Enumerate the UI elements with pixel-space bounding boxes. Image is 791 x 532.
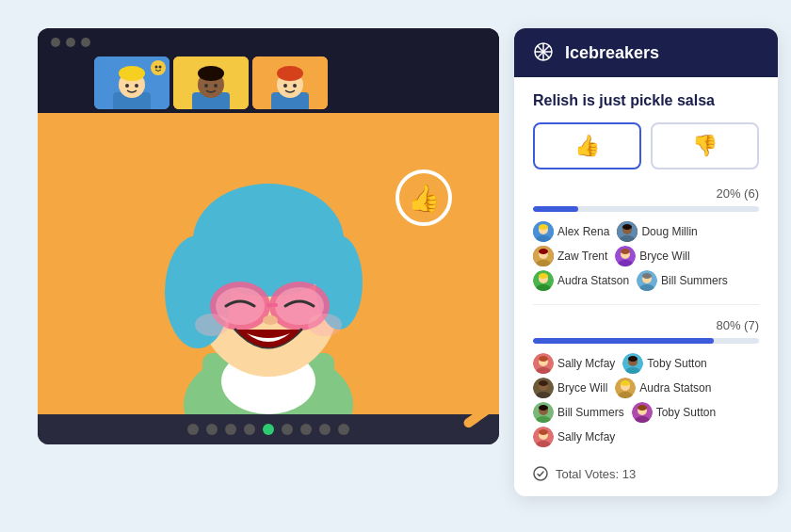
control-4	[244, 424, 255, 435]
total-votes-label: Total Votes: 13	[556, 467, 636, 481]
voter-audra-statson: Audra Statson	[533, 270, 629, 291]
control-8	[319, 424, 331, 435]
voter-name: Bill Summers	[661, 274, 728, 287]
icebreakers-panel: Icebreakers Relish is just pickle salsa …	[514, 28, 778, 496]
svg-point-20	[293, 84, 297, 88]
svg-point-78	[539, 380, 548, 386]
svg-point-18	[277, 66, 303, 81]
svg-point-7	[155, 66, 158, 69]
thumbs-down-button[interactable]: 👎	[651, 122, 759, 169]
svg-point-36	[195, 314, 229, 336]
window-dot-3	[81, 38, 90, 47]
voter-sally-mcfay-2: Sally Mcfay	[533, 427, 615, 447]
avatar-zaw-trent	[533, 246, 554, 266]
svg-point-6	[151, 60, 166, 75]
control-7	[300, 424, 312, 435]
svg-point-12	[198, 66, 224, 81]
progress-bar-fill-2	[533, 338, 714, 344]
main-container: 👍	[0, 0, 791, 532]
voter-bill-summers-2: Bill Summers	[533, 402, 624, 423]
voter-name: Audra Statson	[639, 381, 711, 395]
svg-point-94	[539, 429, 548, 435]
thumbs-up-button[interactable]: 👍	[533, 122, 641, 169]
panel-body: Relish is just pickle salsa 👍 👎 20% (6)	[514, 77, 778, 496]
total-votes: Total Votes: 13	[533, 460, 759, 481]
video-bottom-bar	[38, 414, 499, 444]
voter-name: Bill Summers	[557, 406, 624, 419]
control-2	[206, 424, 218, 435]
voter-name: Toby Sutton	[647, 357, 706, 370]
thumbs-up-badge: 👍	[396, 169, 452, 226]
video-panel: 👍	[38, 28, 499, 444]
svg-point-82	[621, 380, 630, 386]
avatar-doug-millin	[617, 221, 638, 242]
avatar-toby-sutton-1	[622, 353, 643, 374]
svg-point-86	[539, 405, 548, 411]
control-6	[282, 424, 293, 435]
avatar-alex-rena	[533, 221, 554, 242]
divider	[533, 304, 759, 305]
thumbnail-strip	[38, 56, 499, 113]
svg-point-46	[539, 224, 548, 230]
result-label-2: 80% (7)	[533, 318, 759, 332]
svg-point-58	[621, 249, 630, 254]
progress-bar-bg-2	[533, 338, 759, 344]
thumbnail-1	[94, 56, 170, 109]
svg-point-37	[308, 314, 342, 336]
result-section-1: 20% (6)	[533, 186, 759, 291]
voter-zaw-trent: Zaw Trent	[533, 246, 607, 266]
voters-grid-2: Sally Mcfay Toby Sutton	[533, 353, 759, 447]
panel-title: Icebreakers	[565, 43, 659, 63]
svg-point-50	[622, 224, 632, 230]
voter-toby-sutton-2: Toby Sutton	[632, 402, 716, 423]
voter-toby-sutton-1: Toby Sutton	[622, 353, 706, 374]
svg-rect-30	[193, 226, 344, 273]
voter-doug-millin: Doug Millin	[617, 221, 697, 242]
voter-name: Doug Millin	[641, 225, 697, 238]
svg-point-96	[534, 467, 547, 480]
control-3	[225, 424, 236, 435]
icebreaker-icon	[533, 41, 556, 64]
video-top-bar	[38, 28, 499, 56]
avatar-sally-mcfay-2	[533, 427, 554, 447]
svg-point-66	[642, 273, 652, 279]
svg-point-4	[125, 84, 129, 88]
voter-bill-summers: Bill Summers	[637, 270, 728, 291]
thumbnail-3	[252, 56, 328, 109]
control-1	[187, 424, 199, 435]
avatar-bill-summers-2	[533, 402, 554, 423]
panel-header: Icebreakers	[514, 28, 778, 77]
voters-grid-1: Alex Rena Doug Millin	[533, 221, 759, 291]
voter-bryce-will: Bryce Will	[615, 246, 689, 266]
svg-point-8	[159, 66, 162, 69]
svg-point-3	[119, 66, 145, 81]
svg-point-19	[283, 84, 287, 88]
svg-point-90	[638, 405, 647, 411]
svg-rect-35	[266, 303, 278, 307]
voter-name: Audra Statson	[557, 274, 629, 287]
avatar-sally-mcfay	[533, 353, 554, 374]
svg-point-54	[539, 249, 548, 254]
voter-name: Sally Mcfay	[557, 430, 615, 443]
voter-sally-mcfay: Sally Mcfay	[533, 353, 615, 374]
avatar-audra-statson	[533, 270, 554, 291]
voter-name: Bryce Will	[557, 381, 607, 395]
voter-name: Zaw Trent	[557, 250, 607, 263]
voter-audra-statson-2: Audra Statson	[615, 378, 711, 398]
checkmark-icon	[533, 466, 548, 481]
vote-buttons: 👍 👎	[533, 122, 759, 169]
svg-point-14	[214, 84, 218, 88]
result-section-2: 80% (7) Sally M	[533, 318, 759, 447]
svg-point-13	[204, 84, 208, 88]
window-dot-1	[51, 38, 60, 47]
decorative-slashes	[443, 377, 499, 426]
avatar-bill-summers	[637, 270, 657, 291]
voter-bryce-will-2: Bryce Will	[533, 378, 607, 398]
result-label-1: 20% (6)	[533, 186, 759, 201]
question-text: Relish is just pickle salsa	[533, 92, 759, 109]
window-dot-2	[66, 38, 75, 47]
avatar-bryce-will-2	[533, 378, 554, 398]
voter-alex-rena: Alex Rena	[533, 221, 609, 242]
svg-point-70	[539, 356, 548, 362]
svg-point-74	[628, 356, 638, 362]
